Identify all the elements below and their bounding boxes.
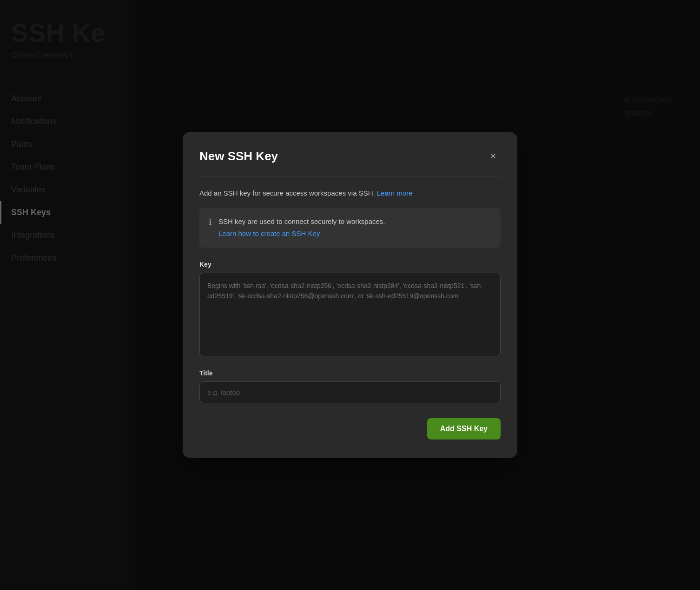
new-ssh-key-modal: New SSH Key × Add an SSH key for secure … <box>183 132 517 458</box>
modal-divider <box>199 177 501 177</box>
learn-more-link[interactable]: Learn more <box>377 189 413 197</box>
modal-footer: Add SSH Key <box>199 418 501 439</box>
modal-overlay: New SSH Key × Add an SSH key for secure … <box>0 0 700 590</box>
modal-title: New SSH Key <box>199 149 278 164</box>
modal-close-button[interactable]: × <box>486 149 501 164</box>
title-field-label: Title <box>199 369 501 377</box>
title-input[interactable] <box>199 381 501 403</box>
info-box: ℹ SSH key are used to connect securely t… <box>199 208 501 248</box>
learn-create-ssh-link[interactable]: Learn how to create an SSH Key <box>218 229 385 239</box>
info-box-text: SSH key are used to connect securely to … <box>218 216 385 239</box>
info-icon: ℹ <box>209 217 212 227</box>
modal-description: Add an SSH key for secure access workspa… <box>199 188 501 199</box>
modal-header: New SSH Key × <box>199 149 501 164</box>
add-ssh-key-button[interactable]: Add SSH Key <box>427 418 501 439</box>
key-field-label: Key <box>199 261 501 268</box>
key-textarea[interactable] <box>199 273 501 356</box>
